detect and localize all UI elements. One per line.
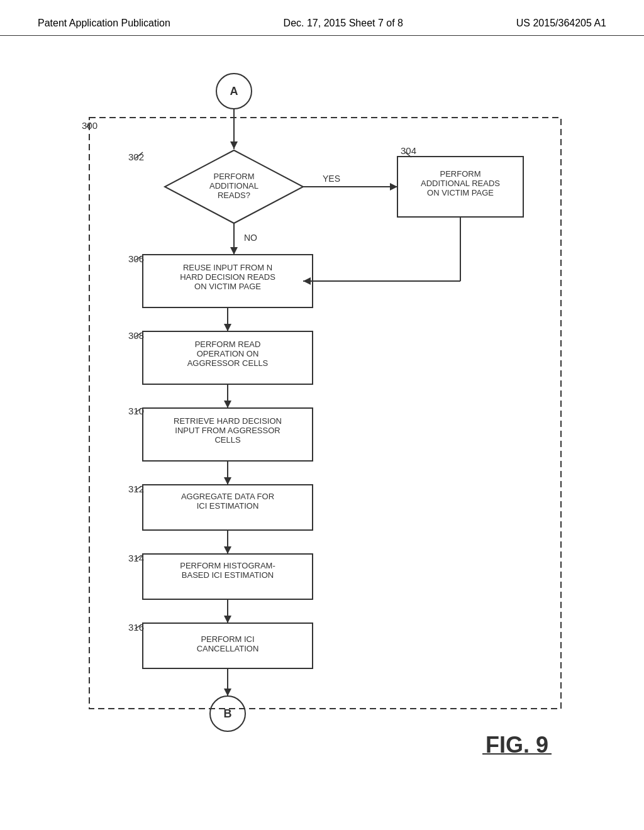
box-316-text-2: CANCELLATION — [197, 644, 259, 653]
arrowhead-314-316 — [224, 616, 231, 623]
label-304: 304 — [401, 145, 416, 156]
box-308-text-3: AGGRESSOR CELLS — [187, 358, 269, 368]
header-center: Dec. 17, 2015 Sheet 7 of 8 — [284, 18, 403, 29]
label-314: 314 — [128, 553, 144, 563]
no-label: NO — [244, 233, 257, 243]
label-300: 300 — [82, 120, 97, 131]
box-314-text-2: BASED ICI ESTIMATION — [182, 570, 274, 580]
box-306-text-1: REUSE INPUT FROM N — [183, 263, 272, 272]
box-310-text-1: RETRIEVE HARD DECISION — [174, 416, 282, 426]
box-310-text-3: CELLS — [214, 435, 241, 445]
label-310: 310 — [128, 406, 144, 416]
diamond-302-text-1: PERFORM — [214, 172, 255, 181]
arrowhead-312-314 — [224, 546, 231, 554]
outer-box — [89, 118, 561, 709]
arrowhead-316-b — [224, 689, 231, 696]
box-310-text-2: INPUT FROM AGGRESSOR — [175, 426, 280, 435]
label-308: 308 — [128, 330, 144, 341]
diamond-302-text-2: ADDITIONAL — [209, 181, 258, 191]
box-304-text-2: ADDITIONAL READS — [421, 179, 500, 188]
label-306: 306 — [128, 253, 144, 264]
box-314-text-1: PERFORM HISTOGRAM- — [180, 561, 275, 570]
end-label: B — [224, 707, 232, 720]
box-304-text-1: PERFORM — [440, 169, 481, 179]
arrowhead-yes — [390, 183, 397, 191]
page-header: Patent Application Publication Dec. 17, … — [0, 0, 644, 36]
header-right: US 2015/364205 A1 — [516, 18, 606, 29]
diagram-area: 300 A 302 PERFORM ADDITIONAL READS? YES … — [0, 42, 644, 797]
box-316-text-1: PERFORM ICI — [201, 634, 254, 644]
arrowhead-308-310 — [224, 401, 231, 408]
box-306-text-2: HARD DECISION READS — [180, 272, 275, 282]
flowchart-svg: 300 A 302 PERFORM ADDITIONAL READS? YES … — [39, 55, 605, 784]
label-312: 312 — [128, 484, 144, 494]
box-308-text-1: PERFORM READ — [195, 340, 261, 349]
box-312-text-2: ICI ESTIMATION — [197, 501, 259, 511]
arrowhead-a-diamond — [230, 141, 238, 149]
box-312-text-1: AGGREGATE DATA FOR — [181, 492, 274, 501]
diamond-302-text-3: READS? — [218, 191, 250, 200]
box-304-text-3: ON VICTIM PAGE — [427, 188, 494, 197]
label-316: 316 — [128, 622, 144, 633]
box-306-text-3: ON VICTIM PAGE — [194, 282, 261, 291]
arrowhead-306-308 — [224, 324, 231, 331]
box-308-text-2: OPERATION ON — [197, 349, 259, 358]
header-left: Patent Application Publication — [38, 18, 170, 29]
arrowhead-no — [230, 247, 238, 255]
start-label: A — [230, 85, 238, 97]
arrowhead-310-312 — [224, 477, 231, 485]
arrowhead-304-left — [303, 277, 311, 285]
yes-label: YES — [323, 174, 340, 184]
